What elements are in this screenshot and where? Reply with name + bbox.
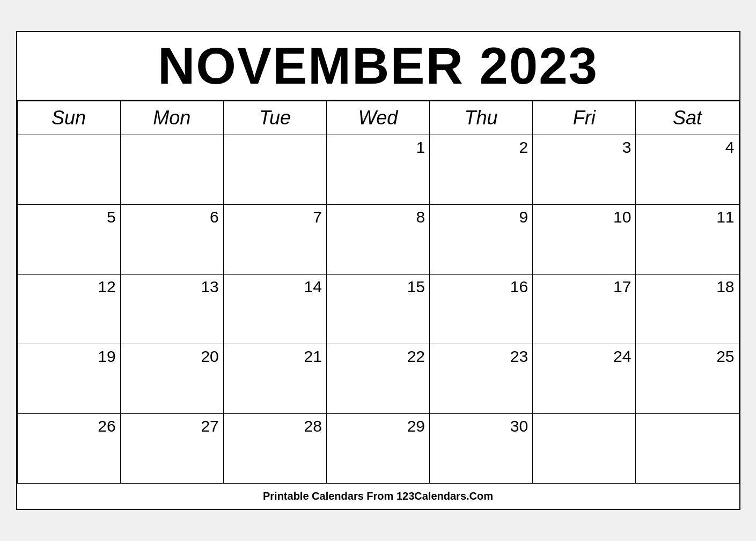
week-row-5: 2627282930 [17,413,739,483]
day-cell-1: 1 [326,135,429,204]
day-cell-14: 14 [223,274,326,344]
day-cell-12: 12 [17,274,120,344]
day-cell-23: 23 [430,344,533,413]
day-header-sun: Sun [17,101,120,135]
day-cell-7: 7 [223,204,326,274]
footer-brand: 123Calendars.Com [397,490,493,502]
week-row-2: 567891011 [17,204,739,274]
day-cell-17: 17 [533,274,636,344]
day-cell-30: 30 [430,413,533,483]
week-row-1: 1234 [17,135,739,204]
day-cell-27: 27 [120,413,223,483]
day-cell-5: 5 [17,204,120,274]
empty-cell-0-0 [17,135,120,204]
footer-text: Printable Calendars From [263,490,397,502]
day-cell-29: 29 [326,413,429,483]
calendar-grid: SunMonTueWedThuFriSat 123456789101112131… [17,101,739,484]
day-cell-2: 2 [430,135,533,204]
day-cell-18: 18 [636,274,739,344]
day-cell-20: 20 [120,344,223,413]
day-cell-22: 22 [326,344,429,413]
day-header-mon: Mon [120,101,223,135]
day-cell-19: 19 [17,344,120,413]
day-header-fri: Fri [533,101,636,135]
calendar-footer: Printable Calendars From 123Calendars.Co… [17,484,739,509]
day-cell-9: 9 [430,204,533,274]
empty-cell-0-2 [223,135,326,204]
day-cell-4: 4 [636,135,739,204]
empty-cell-4-6 [636,413,739,483]
empty-cell-0-1 [120,135,223,204]
week-row-3: 12131415161718 [17,274,739,344]
week-row-4: 19202122232425 [17,344,739,413]
calendar-title: NOVEMBER 2023 [17,32,739,101]
day-cell-21: 21 [223,344,326,413]
day-header-wed: Wed [326,101,429,135]
day-cell-11: 11 [636,204,739,274]
calendar-container: NOVEMBER 2023 SunMonTueWedThuFriSat 1234… [16,31,740,510]
days-of-week-row: SunMonTueWedThuFriSat [17,101,739,135]
day-header-tue: Tue [223,101,326,135]
day-cell-24: 24 [533,344,636,413]
day-header-thu: Thu [430,101,533,135]
day-cell-25: 25 [636,344,739,413]
day-cell-13: 13 [120,274,223,344]
day-cell-28: 28 [223,413,326,483]
day-cell-6: 6 [120,204,223,274]
day-header-sat: Sat [636,101,739,135]
day-cell-8: 8 [326,204,429,274]
empty-cell-4-5 [533,413,636,483]
day-cell-10: 10 [533,204,636,274]
day-cell-16: 16 [430,274,533,344]
day-cell-15: 15 [326,274,429,344]
day-cell-26: 26 [17,413,120,483]
day-cell-3: 3 [533,135,636,204]
